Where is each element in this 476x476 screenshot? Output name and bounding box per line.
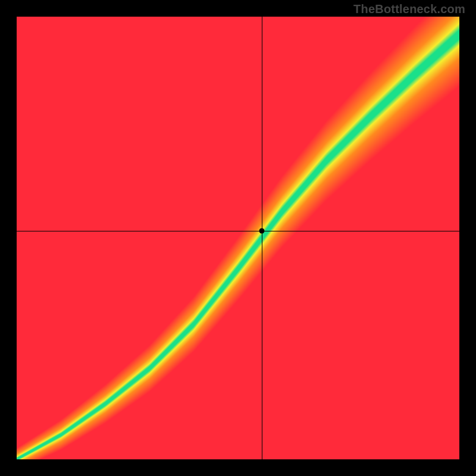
watermark-text: TheBottleneck.com <box>353 2 465 16</box>
heatmap-canvas <box>17 17 459 459</box>
marker-point <box>259 228 265 234</box>
crosshair-vertical <box>262 17 262 459</box>
image-frame: TheBottleneck.com <box>0 0 476 476</box>
crosshair-horizontal <box>17 231 459 231</box>
heatmap-plot <box>17 17 459 459</box>
